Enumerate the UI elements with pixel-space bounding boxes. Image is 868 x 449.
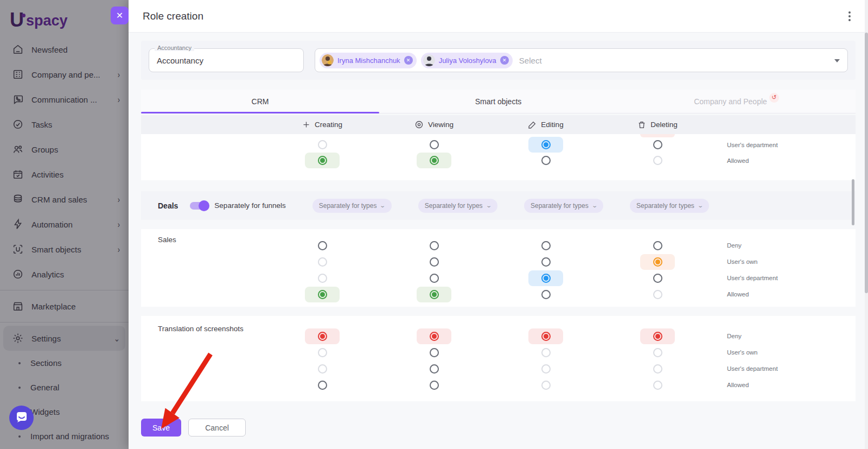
permission-radio[interactable] <box>541 156 551 165</box>
section-label: Translation of screenshots <box>158 325 244 333</box>
tab-company-and-people[interactable]: Company and People↺ <box>617 90 856 113</box>
dialog-scrollbar-thumb[interactable] <box>852 179 854 225</box>
screen: U spacy NewsfeedCompany and pe...›Commun… <box>0 0 868 449</box>
permission-level-label: User's department <box>713 142 856 148</box>
window-scrollbar[interactable] <box>865 0 868 449</box>
support-chat-button[interactable] <box>9 406 34 430</box>
permission-columns-header: CreatingViewingEditingDeleting <box>141 115 856 134</box>
permission-radio[interactable] <box>541 364 551 374</box>
permission-radio[interactable] <box>318 156 327 165</box>
permission-row-allowed: Allowed <box>141 377 856 393</box>
permission-radio[interactable] <box>318 274 327 283</box>
permission-radio[interactable] <box>430 257 439 267</box>
remove-member-icon[interactable]: ✕ <box>500 56 509 65</box>
permission-radio[interactable] <box>430 140 439 149</box>
permission-radio[interactable] <box>541 274 551 283</box>
permission-row-deny: Deny <box>141 328 856 344</box>
separately-for-types-dropdown[interactable]: Separately for types⌄ <box>524 199 603 213</box>
permission-radio[interactable] <box>318 290 327 299</box>
permission-radio[interactable] <box>541 332 551 341</box>
more-options-button[interactable] <box>845 8 854 24</box>
permission-radio[interactable] <box>541 348 551 357</box>
permission-radio[interactable] <box>430 274 439 283</box>
member-chip-iryna-mishchanchuk[interactable]: Iryna Mishchanchuk✕ <box>320 53 417 68</box>
column-header-viewing: Viewing <box>378 120 490 129</box>
permission-radio[interactable] <box>318 348 327 357</box>
dialog-content: Accountancy Accountancy Iryna Mishchanch… <box>129 33 868 437</box>
permission-radio[interactable] <box>318 381 327 390</box>
remove-member-icon[interactable]: ✕ <box>404 56 413 65</box>
save-button[interactable]: Save <box>141 419 181 437</box>
column-label: Deleting <box>650 121 678 129</box>
tab-smart-objects[interactable]: Smart objects <box>379 90 617 113</box>
permission-radio[interactable] <box>541 290 551 299</box>
deals-label: Deals <box>158 201 178 210</box>
page-title: Role creation <box>143 10 203 22</box>
permission-level-label: User's own <box>713 258 856 265</box>
role-name-field[interactable]: Accountancy Accountancy <box>149 48 304 72</box>
permission-radio[interactable] <box>653 290 662 299</box>
permission-radio[interactable] <box>653 332 662 341</box>
role-name-value: Accountancy <box>157 56 203 65</box>
dialog-header: Role creation <box>129 0 868 33</box>
permission-radio[interactable] <box>541 257 551 267</box>
close-sidebar-button[interactable]: ✕ <box>111 7 129 24</box>
permission-radio[interactable] <box>318 332 327 341</box>
permission-radio[interactable] <box>430 364 439 374</box>
permission-radio[interactable] <box>653 348 662 357</box>
permission-row-allowed: Allowed <box>141 153 856 168</box>
toggle-label: Separately for funnels <box>214 201 285 210</box>
trash-icon <box>637 121 646 129</box>
permission-row-allowed: Allowed <box>141 286 856 302</box>
permission-radio[interactable] <box>653 241 662 250</box>
role-creation-dialog: Role creation Accountancy Accountancy Ir… <box>129 0 868 449</box>
permission-radio[interactable] <box>541 241 551 250</box>
permission-radio[interactable] <box>318 140 327 149</box>
permission-radio[interactable] <box>541 381 551 390</box>
permission-radio[interactable] <box>653 257 662 267</box>
pencil-icon <box>528 121 537 129</box>
tab-label: Company and People <box>694 97 767 106</box>
permission-radio[interactable] <box>430 241 439 250</box>
tab-label: Smart objects <box>475 97 522 106</box>
chevron-down-icon[interactable] <box>834 59 840 62</box>
permission-radio[interactable] <box>430 332 439 341</box>
column-label: Creating <box>315 121 342 129</box>
permission-radio[interactable] <box>653 364 662 374</box>
permission-radio[interactable] <box>430 156 439 165</box>
permission-radio[interactable] <box>318 257 327 267</box>
permission-radio[interactable] <box>653 156 662 165</box>
permission-radio[interactable] <box>430 290 439 299</box>
permission-radio[interactable] <box>430 381 439 390</box>
permission-block-translation-of-screenshots: Translation of screenshotsDenyUser's own… <box>141 316 856 401</box>
separately-for-funnels-toggle[interactable] <box>190 202 208 210</box>
column-label: Viewing <box>428 121 454 129</box>
permission-level-label: Deny <box>713 242 856 249</box>
close-icon: ✕ <box>116 10 123 21</box>
window-scrollbar-thumb[interactable] <box>865 33 868 293</box>
permission-radio[interactable] <box>318 364 327 374</box>
sidebar: U spacy NewsfeedCompany and pe...›Commun… <box>0 0 129 449</box>
role-name-label: Accountancy <box>155 45 194 51</box>
tab-label: CRM <box>252 97 269 106</box>
separately-for-types-dropdown[interactable]: Separately for types⌄ <box>630 199 709 213</box>
modal-dim-overlay <box>0 0 129 449</box>
separately-for-types-dropdown[interactable]: Separately for types⌄ <box>312 199 392 213</box>
permission-level-label: Deny <box>713 333 856 339</box>
permission-radio[interactable] <box>653 274 662 283</box>
eye-icon <box>414 120 424 129</box>
separately-for-types-dropdown[interactable]: Separately for types⌄ <box>418 199 497 213</box>
member-chip-juliya-voloshylova[interactable]: Juliya Voloshylova✕ <box>421 53 513 68</box>
cancel-button[interactable]: Cancel <box>188 419 246 437</box>
permission-radio[interactable] <box>653 140 662 149</box>
permission-radio[interactable] <box>653 381 662 390</box>
permission-tabs: CRMSmart objectsCompany and People↺ <box>141 90 856 113</box>
member-name: Juliya Voloshylova <box>439 56 496 65</box>
permission-radio[interactable] <box>541 140 551 149</box>
permission-radio[interactable] <box>318 241 327 250</box>
tab-crm[interactable]: CRM <box>141 90 379 113</box>
permission-radio[interactable] <box>430 348 439 357</box>
column-header-creating: Creating <box>266 121 378 129</box>
column-header-editing: Editing <box>490 121 602 129</box>
members-select[interactable]: Iryna Mishchanchuk✕Juliya Voloshylova✕ S… <box>315 48 848 72</box>
